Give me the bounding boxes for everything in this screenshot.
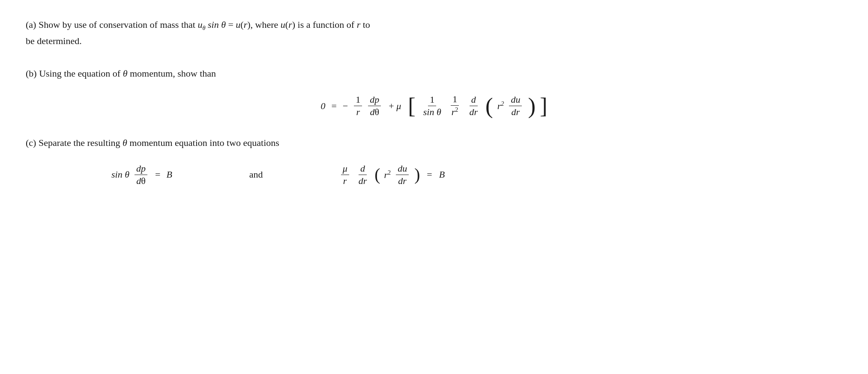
- eq-c-right: μ r d dr ( r2 du dr: [340, 163, 445, 187]
- frac-dp-dtheta: dp dθ: [368, 94, 381, 118]
- med-right-paren-c: ): [414, 166, 420, 184]
- plus-mu: + μ: [389, 101, 401, 112]
- r2-var: r2: [497, 100, 504, 112]
- part-b-main-text: Using the equation of θ momentum, show t…: [39, 68, 216, 79]
- frac-d-dr-c: d dr: [357, 163, 369, 187]
- frac-du-dr: du dr: [509, 94, 522, 118]
- dtheta-c-den: dθ: [135, 175, 147, 187]
- part-a-text-after: is a function of: [298, 19, 357, 30]
- part-a-where: where: [255, 19, 281, 30]
- part-a-r-var: r: [357, 19, 361, 30]
- eq-c-left-row: sin θ dp dθ = B: [111, 163, 172, 187]
- dr-c-den: dr: [357, 175, 369, 187]
- part-c: (c) Separate the resulting θ momentum eq…: [26, 135, 842, 187]
- dp: dp: [368, 94, 381, 106]
- eq-c-left-equals: =: [155, 169, 160, 180]
- frac-d-dr: d dr: [468, 94, 480, 118]
- B-right: B: [439, 169, 445, 180]
- eq-zero: 0: [320, 101, 325, 112]
- eq-c-left: sin θ dp dθ = B: [111, 163, 172, 187]
- and-text: and: [249, 169, 263, 180]
- equation-b: 0 = − 1 r dp dθ + μ [ 1: [26, 94, 842, 118]
- dr-den: dr: [468, 106, 480, 118]
- eq-c-right-row: μ r d dr ( r2 du dr: [340, 163, 445, 187]
- part-a-label: (a): [26, 19, 36, 30]
- part-a-text: (a) Show by use of conservation of mass …: [26, 17, 842, 49]
- part-c-label: (c): [26, 137, 36, 148]
- du-c-num: du: [396, 163, 409, 175]
- part-a-ur2: u(r): [281, 19, 295, 30]
- frac-1-r-den: r: [354, 106, 362, 118]
- part-c-main-text: Separate the resulting θ momentum equati…: [39, 137, 279, 148]
- part-a-equals: =: [228, 19, 236, 30]
- part-a-line2: be determined.: [26, 36, 82, 46]
- d-c-num: d: [359, 163, 367, 175]
- dp-c-num: dp: [135, 163, 147, 175]
- part-a-text-before: Show by use of conservation of mass that: [39, 19, 198, 30]
- dtheta: dθ: [368, 106, 381, 118]
- frac-1-r2: 1 r2: [450, 94, 460, 118]
- left-square-bracket: [: [408, 95, 416, 117]
- page-content: (a) Show by use of conservation of mass …: [26, 17, 842, 187]
- r-den: r: [341, 175, 349, 187]
- part-b-text: (b) Using the equation of θ momentum, sh…: [26, 66, 842, 81]
- part-a-u-r: u(r),: [236, 19, 253, 30]
- frac-du-dr-c: du dr: [396, 163, 409, 187]
- eq-b-row: 0 = − 1 r dp dθ + μ [ 1: [320, 94, 547, 118]
- big-left-paren: (: [485, 95, 493, 117]
- part-c-equations: sin θ dp dθ = B and: [26, 163, 842, 187]
- dr-c-den2: dr: [396, 175, 408, 187]
- big-right-paren: ): [528, 95, 536, 117]
- one-num2: 1: [451, 94, 459, 106]
- one-num: 1: [428, 94, 436, 106]
- part-b: (b) Using the equation of θ momentum, sh…: [26, 66, 842, 118]
- frac-dp-dtheta-c: dp dθ: [135, 163, 147, 187]
- d-num: d: [470, 94, 478, 106]
- part-a-sin: sin θ: [208, 19, 226, 30]
- mu-num: μ: [341, 163, 349, 175]
- frac-1-r: 1 r: [354, 94, 362, 118]
- eq-and-label: and: [249, 169, 263, 180]
- frac-1-r-num: 1: [354, 94, 362, 106]
- sintheta-den: sin θ: [422, 106, 443, 118]
- part-b-label: (b): [26, 68, 37, 79]
- B-left: B: [166, 169, 172, 180]
- part-a: (a) Show by use of conservation of mass …: [26, 17, 842, 49]
- eq-c-right-equals: =: [427, 169, 432, 180]
- sin-theta-left: sin θ: [111, 169, 129, 180]
- part-a-to: to: [363, 19, 370, 30]
- eq-equals-1: =: [331, 101, 336, 112]
- du-num: du: [509, 94, 522, 106]
- right-square-bracket: ]: [540, 95, 548, 117]
- r2-den: r2: [450, 106, 460, 118]
- frac-mu-r: μ r: [341, 163, 349, 187]
- part-c-text: (c) Separate the resulting θ momentum eq…: [26, 135, 842, 150]
- r2-c-var: r2: [384, 169, 391, 181]
- eq-minus: −: [343, 101, 348, 112]
- dr-den2: dr: [510, 106, 522, 118]
- part-a-math: uθ: [198, 19, 205, 30]
- frac-1-sintheta: 1 sin θ: [422, 94, 443, 118]
- med-left-paren-c: (: [374, 166, 380, 184]
